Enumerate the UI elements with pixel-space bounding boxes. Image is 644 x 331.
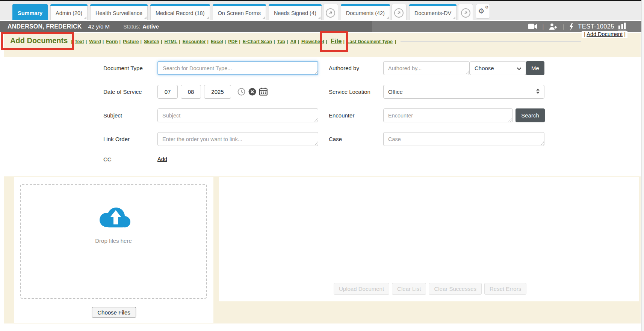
external-link-icon xyxy=(461,8,470,18)
link-order-input[interactable] xyxy=(157,132,318,146)
file-drop-zone[interactable]: Drop files here xyxy=(20,184,207,299)
authored-by-input[interactable] xyxy=(383,61,470,75)
encounter-input[interactable] xyxy=(383,108,513,122)
doc-link-e-chart-scan[interactable]: E-Chart Scan xyxy=(237,39,272,44)
tab-label: Documents-DV xyxy=(414,10,451,16)
authored-by-label: Authored by xyxy=(329,61,359,75)
add-document-link-wrap: Add Document xyxy=(582,31,627,38)
case-field xyxy=(383,132,544,146)
choose-files-button[interactable]: Choose Files xyxy=(92,307,136,317)
cloud-upload-icon xyxy=(95,205,132,230)
link-label: Picture xyxy=(123,39,139,44)
header-divider xyxy=(401,41,581,42)
encounter-label: Encounter xyxy=(329,108,354,122)
tab-needs-signed[interactable]: Needs Signed (4) xyxy=(269,4,322,20)
bar-chart-icon[interactable] xyxy=(618,23,626,30)
clear-list-button[interactable]: Clear List xyxy=(392,283,426,295)
doc-link-text[interactable]: Text xyxy=(70,39,84,44)
doc-link-picture[interactable]: Picture xyxy=(118,39,139,44)
service-location-value: Office xyxy=(388,89,403,95)
tab-summary[interactable]: Summary xyxy=(12,4,48,20)
date-of-service-label: Date of Service xyxy=(103,85,142,99)
calendar-icon[interactable] xyxy=(259,87,268,96)
document-type-label: Document Type xyxy=(103,61,143,75)
tab-label: Medical Record (18) xyxy=(156,10,205,16)
subject-field xyxy=(157,108,318,122)
doc-link-excel[interactable]: Excel xyxy=(206,39,223,44)
link-label: Encounter xyxy=(183,39,206,44)
doc-link-tab[interactable]: Tab xyxy=(272,39,285,44)
doc-link-html[interactable]: HTML xyxy=(159,39,177,44)
tab-label: Summary xyxy=(18,10,42,16)
doc-link-encounter[interactable]: Encounter xyxy=(177,39,206,44)
link-order-label: Link Order xyxy=(103,132,130,146)
doc-link-all[interactable]: All xyxy=(285,39,296,44)
patient-id: TEST-10025 xyxy=(578,23,614,30)
patient-name: ANDERSON, FREDERICK xyxy=(8,23,82,30)
upload-document-button[interactable]: Upload Document xyxy=(334,283,389,295)
tab-label: Health Surveillance xyxy=(95,10,142,16)
status-value: Active xyxy=(142,24,159,30)
tab-settings-button[interactable]: ⚙⚙ xyxy=(476,4,490,19)
documents-dv-popout-button[interactable] xyxy=(458,4,473,20)
clear-date-icon[interactable] xyxy=(248,88,256,96)
subject-input[interactable] xyxy=(157,108,318,122)
patient-age-sex: 42 y/o M xyxy=(88,23,110,30)
upload-actions-row: Upload Document Clear List Clear Success… xyxy=(334,283,526,295)
clock-icon[interactable] xyxy=(237,88,245,96)
document-type-input[interactable] xyxy=(157,61,318,75)
doc-link-form[interactable]: Form xyxy=(101,39,118,44)
document-form: Document Type Date of Service Subject Li… xyxy=(4,57,641,176)
doc-link-pdf[interactable]: PDF xyxy=(223,39,238,44)
up-down-arrows-icon xyxy=(536,88,540,95)
link-label: Last Document Type xyxy=(347,39,393,44)
tab-admin[interactable]: Admin (20) xyxy=(50,4,88,20)
video-camera-icon[interactable] xyxy=(528,24,537,29)
doc-link-flowsheet[interactable]: Flowsheet xyxy=(296,39,324,44)
authored-by-choose-select[interactable]: Choose xyxy=(470,61,526,75)
clear-successes-button[interactable]: Clear Successes xyxy=(429,283,482,295)
case-input[interactable] xyxy=(383,132,544,146)
me-button[interactable]: Me xyxy=(526,61,544,75)
page-title: Add Documents xyxy=(10,36,68,45)
gears-icon: ⚙⚙ xyxy=(476,4,490,18)
tab-medical-record[interactable]: Medical Record (18) xyxy=(150,4,210,20)
needs-signed-popout-button[interactable] xyxy=(323,4,338,20)
patient-banner-info: ANDERSON, FREDERICK 42 y/o M Status: Act… xyxy=(0,21,372,32)
date-month-input[interactable] xyxy=(157,85,178,99)
add-documents-panel: Add Documents Text Word Form Picture Ske… xyxy=(4,33,641,323)
status-label: Status: xyxy=(123,24,140,30)
tab-documents-dv[interactable]: Documents-DV xyxy=(409,4,457,20)
reset-errors-button[interactable]: Reset Errors xyxy=(484,283,526,295)
encounter-search-button[interactable]: Search xyxy=(516,108,545,122)
link-label: Tab xyxy=(277,39,285,44)
encounter-field xyxy=(383,108,513,122)
tab-label: Admin (20) xyxy=(56,10,82,16)
drop-files-text: Drop files here xyxy=(95,238,132,244)
link-order-field xyxy=(157,132,318,146)
doc-link-word[interactable]: Word xyxy=(84,39,101,44)
tab-on-screen-forms[interactable]: On Screen Forms xyxy=(213,4,266,20)
lightning-icon[interactable] xyxy=(569,23,573,30)
tab-label: Needs Signed (4) xyxy=(274,10,316,16)
add-document-link[interactable]: Add Document xyxy=(587,31,623,37)
tab-health-surveillance[interactable]: Health Surveillance xyxy=(90,4,148,20)
documents-popout-button[interactable] xyxy=(392,4,407,20)
date-day-input[interactable] xyxy=(181,85,201,99)
link-label: E-Chart Scan xyxy=(243,39,272,44)
doc-link-file[interactable]: File xyxy=(324,38,342,45)
link-label: Sketch xyxy=(144,39,159,44)
service-location-select[interactable]: Office xyxy=(383,85,544,99)
link-label: Form xyxy=(106,39,118,44)
link-label: Text xyxy=(75,39,84,44)
doc-link-last-document-type[interactable]: Last Document Type xyxy=(342,39,396,44)
link-label: All xyxy=(290,39,296,44)
tab-documents[interactable]: Documents (42) xyxy=(341,4,390,20)
add-person-icon[interactable] xyxy=(549,23,557,30)
app-window: Summary Admin (20) Health Surveillance M… xyxy=(0,0,644,331)
date-year-input[interactable] xyxy=(204,85,231,99)
subject-label: Subject xyxy=(103,108,122,122)
doc-link-sketch[interactable]: Sketch xyxy=(139,39,159,44)
scrollbar[interactable] xyxy=(641,0,644,331)
cc-add-link[interactable]: Add xyxy=(157,152,167,166)
